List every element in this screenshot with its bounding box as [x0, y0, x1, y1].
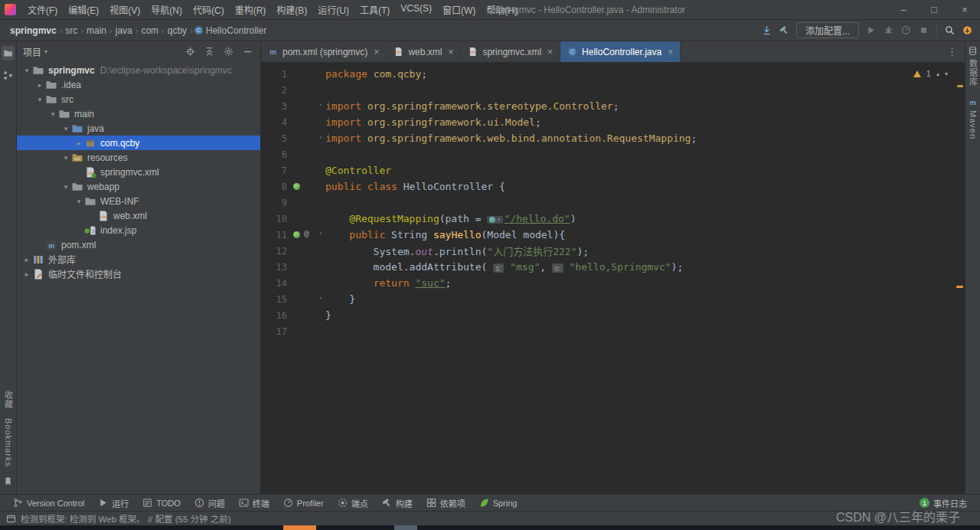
code-line[interactable]: 3▾import org.springframework.stereotype.… — [261, 98, 965, 114]
tree-row[interactable]: ▾WEB-INF — [17, 194, 260, 208]
tree-expand-arrow[interactable]: ▾ — [60, 183, 71, 191]
taskbar-app-indicator[interactable] — [394, 525, 417, 530]
editor-tab[interactable]: </>web.xml× — [387, 41, 461, 62]
tree-collapse-arrow[interactable]: ▸ — [21, 270, 32, 278]
menu-item[interactable]: 重构(R) — [230, 3, 272, 16]
fold-icon[interactable]: ▴ — [318, 294, 322, 301]
build-hammer-icon[interactable] — [779, 25, 789, 35]
close-tab-icon[interactable]: × — [374, 47, 379, 57]
status-message[interactable]: 检测到框架: 检测到 Web 框架。 // 配置 (55 分钟 之前) — [21, 512, 231, 525]
tree-expand-arrow[interactable]: ▾ — [74, 198, 84, 205]
breadcrumb-item[interactable]: src — [63, 25, 80, 36]
bookmark-icon[interactable] — [3, 476, 13, 486]
close-tab-icon[interactable]: × — [448, 47, 453, 57]
code-line[interactable]: 5▴import org.springframework.web.bind.an… — [261, 130, 965, 146]
menu-item[interactable]: 文件(F) — [22, 3, 63, 16]
tree-expand-arrow[interactable]: ▾ — [60, 154, 71, 162]
project-stripe-button[interactable] — [2, 46, 15, 61]
hide-icon[interactable] — [243, 47, 253, 57]
menu-item[interactable]: 构建(B) — [271, 3, 312, 16]
taskbar-app-indicator[interactable] — [283, 525, 316, 530]
menu-item[interactable]: 工具(T) — [354, 3, 395, 16]
stop-icon[interactable] — [919, 25, 929, 35]
tree-expand-arrow[interactable]: ▾ — [60, 125, 71, 132]
tree-row[interactable]: </>web.xml — [17, 208, 260, 223]
collapse-icon[interactable] — [204, 47, 214, 57]
menu-item[interactable]: VCS(S) — [395, 3, 437, 16]
code-line[interactable]: 17 — [261, 323, 965, 339]
code-line[interactable]: 8public class HelloController { — [261, 178, 965, 195]
structure-stripe-button[interactable] — [2, 68, 15, 83]
breadcrumb-item[interactable]: qcby — [165, 25, 189, 36]
gear-icon[interactable] — [224, 47, 234, 57]
tree-row[interactable]: ▸外部库 — [17, 252, 260, 267]
run-icon[interactable] — [866, 25, 876, 35]
tree-row[interactable]: ▾webapp — [17, 179, 260, 194]
spring-bean-icon[interactable] — [293, 231, 300, 238]
project-panel-title[interactable]: 项目 — [23, 45, 41, 58]
menu-item[interactable]: 帮助(H) — [481, 3, 523, 16]
maximize-button[interactable]: □ — [919, 0, 949, 19]
tree-row[interactable]: Jindex.jsp — [17, 223, 260, 237]
updates-icon[interactable] — [962, 25, 972, 35]
tree-row[interactable]: ▾resources — [17, 150, 260, 165]
fold-icon[interactable]: ▾ — [318, 230, 322, 237]
code-line[interactable]: 15▴ } — [261, 291, 965, 307]
tree-row[interactable]: ▾java — [17, 121, 260, 136]
editor-tab[interactable]: CHelloController.java× — [560, 41, 681, 62]
fold-icon[interactable]: ▾ — [318, 101, 322, 108]
breadcrumb-item[interactable]: springmvc — [8, 25, 59, 36]
stripe-item[interactable]: 数据库 — [967, 46, 979, 87]
tab-options-icon[interactable]: ⋮ — [939, 41, 965, 62]
tree-row[interactable]: </>springmvc.xml — [17, 165, 260, 179]
code-line[interactable]: 7@Controller — [261, 162, 965, 178]
menu-item[interactable]: 代码(C) — [188, 3, 230, 16]
prev-problem-icon[interactable]: ▴ — [936, 70, 939, 77]
tree-collapse-arrow[interactable]: ▸ — [34, 81, 45, 89]
add-configuration-button[interactable]: 添加配置... — [796, 22, 859, 38]
code-line[interactable]: 6 — [261, 146, 965, 162]
vcs-update-icon[interactable] — [762, 25, 772, 35]
toolwindow-button[interactable]: 运行 — [91, 497, 136, 509]
breadcrumb-item[interactable]: com — [139, 25, 161, 36]
toolwindow-button[interactable]: 依赖项 — [420, 497, 472, 509]
code-line[interactable]: 4import org.springframework.ui.Model; — [261, 114, 965, 130]
tree-expand-arrow[interactable]: ▾ — [21, 67, 32, 74]
inspections-widget[interactable]: 1 ▴ ▾ — [913, 69, 948, 78]
toolwindow-button[interactable]: 端点 — [331, 497, 375, 509]
code-line[interactable]: 14 return "suc"; — [261, 275, 965, 291]
code-line[interactable]: 16} — [261, 307, 965, 323]
tree-row[interactable]: ▾src — [17, 92, 260, 106]
error-stripe[interactable] — [956, 62, 965, 494]
url-inlay-icon[interactable]: ▾ — [487, 216, 502, 224]
search-icon[interactable] — [945, 25, 955, 35]
editor-tab[interactable]: </>springmvc.xml× — [461, 41, 560, 62]
breadcrumb-item[interactable]: HelloController — [204, 25, 269, 36]
editor-tab[interactable]: mpom.xml (springmvc)× — [261, 41, 387, 62]
profiler-icon[interactable] — [901, 25, 911, 35]
breadcrumb-item[interactable]: main — [84, 25, 109, 36]
annotation-gutter-icon[interactable]: @ — [304, 228, 309, 238]
menu-item[interactable]: 导航(N) — [145, 3, 188, 16]
target-icon[interactable] — [185, 47, 195, 57]
warning-stripe-mark[interactable] — [957, 85, 963, 87]
tree-row[interactable]: ▸.idea — [17, 77, 260, 92]
toolwindow-button[interactable]: Version Control — [6, 498, 91, 508]
fold-icon[interactable]: ▴ — [318, 133, 322, 140]
tree-row[interactable]: ▾main — [17, 106, 260, 121]
tree-row[interactable]: ▾springmvcD:\eclipse-workspace\springmvc — [17, 63, 260, 77]
tree-collapse-arrow[interactable]: ▸ — [74, 139, 84, 147]
code-line[interactable]: 13 model.addAttribute( s: "msg", o: "hel… — [261, 259, 965, 275]
toolwindow-button[interactable]: 问题 — [188, 497, 232, 509]
code-editor[interactable]: 1package com.qcby;23▾import org.springfr… — [261, 62, 965, 494]
menu-item[interactable]: 编辑(E) — [63, 3, 104, 16]
tree-collapse-arrow[interactable]: ▸ — [21, 256, 32, 263]
tree-expand-arrow[interactable]: ▾ — [34, 96, 45, 103]
code-line[interactable]: 2 — [261, 82, 965, 98]
toolwindow-button[interactable]: TODO — [136, 498, 188, 508]
chevron-down-icon[interactable]: ▾ — [44, 48, 47, 55]
tree-row[interactable]: ▸临时文件和控制台 — [17, 267, 260, 281]
code-line[interactable]: 1package com.qcby; — [261, 66, 965, 82]
code-line[interactable]: 12 System.out.println("入门方法执行222"); — [261, 243, 965, 259]
code-line[interactable]: 11@▾ public String sayHello(Model model)… — [261, 227, 965, 243]
